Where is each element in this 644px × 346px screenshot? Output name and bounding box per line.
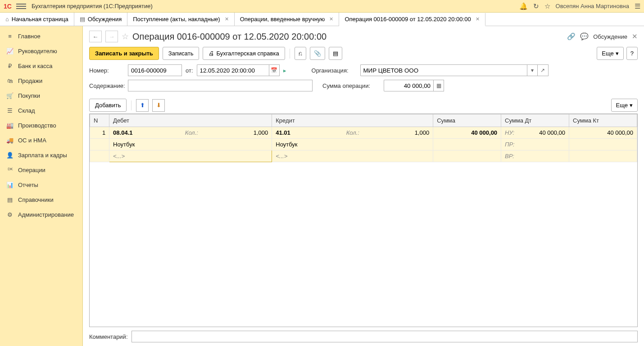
back-button[interactable]: ←: [89, 31, 102, 42]
qty-label: Кол.:: [185, 129, 198, 136]
add-button[interactable]: Добавить: [89, 99, 127, 112]
org-label: Организация:: [312, 67, 357, 74]
col-sumkt[interactable]: Сумма Кт: [569, 114, 637, 127]
col-sum[interactable]: Сумма: [433, 114, 501, 127]
forward-button[interactable]: →: [105, 31, 118, 42]
separator: [131, 100, 132, 110]
debit-account[interactable]: 08.04.1: [113, 129, 132, 136]
col-n[interactable]: N: [90, 114, 109, 127]
posted-icon[interactable]: ▸: [283, 67, 286, 74]
close-icon[interactable]: ✕: [476, 16, 480, 22]
nav-prod[interactable]: 🏭Производство: [0, 118, 82, 133]
credit-qty[interactable]: 1,000: [415, 129, 430, 136]
grid[interactable]: N Дебет Кредит Сумма Сумма Дт Сумма Кт 1…: [89, 114, 638, 327]
tab-operation[interactable]: Операция 0016-000009 от 12.05.2020 20:00…: [339, 13, 485, 26]
nav-reports[interactable]: 📊Отчеты: [0, 178, 82, 192]
print-button[interactable]: 🖨Бухгалтерская справка: [203, 47, 285, 60]
table-row[interactable]: <...> <...> ВР:: [90, 150, 637, 162]
ruble-icon: ₽: [6, 63, 14, 69]
favorite-star-icon[interactable]: ☆: [122, 32, 129, 41]
calc-icon[interactable]: ▦: [433, 80, 444, 91]
tab-home[interactable]: ⌂ Начальная страница: [0, 13, 74, 26]
col-credit[interactable]: Кредит: [272, 114, 433, 127]
nav-main[interactable]: ≡Главное: [0, 29, 82, 44]
col-debit[interactable]: Дебет: [109, 114, 272, 127]
nav-lead[interactable]: 📈Руководителю: [0, 44, 82, 59]
tab-label: Операция 0016-000009 от 12.05.2020 20:00…: [345, 16, 471, 23]
truck-icon: 🚚: [6, 137, 14, 144]
num-input[interactable]: [128, 64, 182, 76]
date-input[interactable]: [197, 64, 269, 76]
link-icon[interactable]: 🔗: [567, 32, 576, 41]
star-icon[interactable]: ☆: [544, 2, 550, 10]
dropdown-icon[interactable]: ▾: [527, 64, 538, 76]
debit-sub1[interactable]: Ноутбук: [109, 139, 272, 150]
chat-icon[interactable]: 💬: [580, 32, 589, 41]
nav-bank[interactable]: ₽Банк и касса: [0, 59, 82, 73]
close-icon[interactable]: ✕: [329, 16, 333, 22]
nav-stock[interactable]: ☰Склад: [0, 103, 82, 118]
separator: [290, 49, 290, 59]
nav-os[interactable]: 🚚ОС и НМА: [0, 133, 82, 148]
titlebar: 1C Бухгалтерия предприятия (1С:Предприят…: [0, 0, 644, 13]
open-icon[interactable]: ↗: [538, 64, 549, 76]
credit-sub1[interactable]: Ноутбук: [272, 139, 433, 150]
user-name[interactable]: Овсепян Анна Мартиновна: [556, 3, 629, 9]
more-button[interactable]: Еще▾: [597, 47, 623, 60]
nav-sales[interactable]: 🛍Продажи: [0, 73, 82, 88]
col-sumdt[interactable]: Сумма Дт: [501, 114, 569, 127]
nav-purch[interactable]: 🛒Покупки: [0, 88, 82, 103]
grid-more-button[interactable]: Еще▾: [611, 99, 638, 112]
debit-sub2-edit[interactable]: <...>: [109, 150, 272, 162]
nu-kt[interactable]: 40 000,00: [569, 127, 637, 139]
comment-input[interactable]: [132, 331, 638, 342]
calendar-icon[interactable]: 📅: [269, 64, 280, 76]
tab-label: Начальная страница: [12, 16, 68, 23]
close-icon[interactable]: ✕: [632, 32, 638, 41]
tree-button[interactable]: ⎌: [295, 47, 306, 60]
box-icon: ☰: [6, 107, 14, 114]
pr-label: ПР:: [501, 139, 569, 150]
attach-button[interactable]: 📎: [310, 47, 325, 60]
factory-icon: 🏭: [6, 122, 14, 129]
save-close-button[interactable]: Записать и закрыть: [89, 47, 159, 60]
tab-receipts[interactable]: Поступление (акты, накладные) ✕: [127, 13, 234, 26]
settings-icon[interactable]: ☰: [635, 2, 640, 10]
discuss-link[interactable]: Обсуждение: [593, 33, 627, 40]
history-icon[interactable]: ↻: [533, 2, 539, 10]
nu-dt[interactable]: 40 000,00: [539, 129, 565, 136]
sum-input[interactable]: [384, 80, 433, 91]
help-button[interactable]: ?: [626, 47, 638, 60]
content-input[interactable]: [128, 80, 313, 91]
doc-button[interactable]: ▤: [329, 47, 342, 60]
chart-icon: 📈: [6, 48, 14, 55]
menu-icon[interactable]: [16, 4, 26, 9]
tab-label: Операции, введенные вручную: [240, 16, 325, 23]
sum-label: Сумма операции:: [322, 82, 380, 89]
print-icon: 🖨: [209, 50, 214, 57]
org-input[interactable]: [360, 64, 527, 76]
credit-sub2[interactable]: <...>: [272, 150, 433, 162]
nav-refs[interactable]: ▤Справочники: [0, 192, 82, 207]
move-up-button[interactable]: ⬆: [136, 99, 149, 112]
from-label: от:: [186, 67, 193, 74]
vr-label: ВР:: [501, 150, 569, 162]
move-down-button[interactable]: ⬇: [152, 99, 165, 112]
table-row[interactable]: 1 08.04.1 Кол.: 1,000 41.01 Кол.: 1,000: [90, 127, 637, 139]
table-row[interactable]: Ноутбук Ноутбук ПР:: [90, 139, 637, 150]
person-icon: 👤: [6, 152, 14, 159]
credit-account[interactable]: 41.01: [276, 129, 290, 136]
bell-icon[interactable]: 🔔: [519, 2, 528, 10]
ops-icon: ᴰᴷ: [6, 167, 14, 173]
nav-ops[interactable]: ᴰᴷОперации: [0, 163, 82, 178]
nav-salary[interactable]: 👤Зарплата и кадры: [0, 148, 82, 163]
row-num: 1: [90, 127, 109, 139]
tab-label: Поступление (акты, накладные): [133, 16, 220, 23]
tab-discuss[interactable]: ▤ Обсуждения: [74, 13, 128, 26]
save-button[interactable]: Записать: [163, 47, 200, 60]
debit-qty[interactable]: 1,000: [254, 129, 268, 136]
tab-manual-ops[interactable]: Операции, введенные вручную ✕: [235, 13, 340, 26]
close-icon[interactable]: ✕: [225, 16, 229, 22]
row-sum[interactable]: 40 000,00: [433, 127, 501, 139]
nav-admin[interactable]: ⚙Администрирование: [0, 207, 82, 222]
